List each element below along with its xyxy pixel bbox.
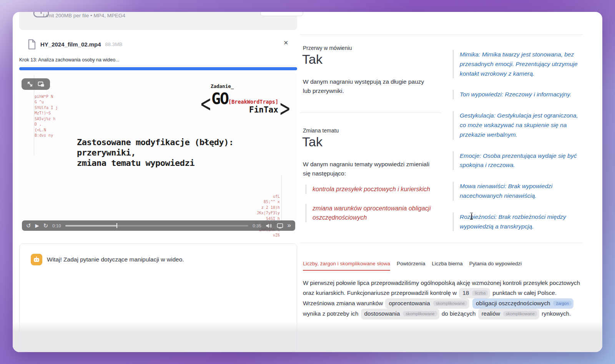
forward-10-icon[interactable]: ↻	[43, 223, 48, 228]
cast-screen-icon[interactable]	[277, 223, 283, 228]
remove-file-icon[interactable]: ×	[284, 39, 288, 46]
video-control-bar: ↺ ▶ ↻ 0:10 0:35 »	[22, 220, 295, 231]
behavior-note: Emocje: Osoba prezentująca wydaje się by…	[453, 151, 584, 170]
progress-bar-fill	[19, 67, 297, 70]
video-caption-line: Zastosowane modyfikacje (błędy):	[77, 137, 234, 147]
upload-limit-text: Limit 200MB per file • MP4, MPEG4	[43, 13, 125, 18]
highlight-word: realiów	[482, 310, 500, 317]
uploaded-file-row: HY_2024_film_02.mp4 88.3MB	[28, 39, 122, 50]
divider	[300, 113, 441, 113]
highlight-word: oprocentowania	[389, 300, 430, 306]
logo-breakwordtraps-text: [BreakWordTraps]	[228, 99, 278, 105]
topic-quote: kontrola przesyłek pocztowych i kuriersk…	[306, 185, 444, 194]
seek-slider-handle[interactable]	[116, 223, 118, 228]
topic-quote: zmiana warunków oprocentowania obligacji…	[306, 204, 444, 222]
fullscreen-icon[interactable]	[27, 81, 33, 87]
assistant-robot-icon	[31, 254, 42, 265]
metric-topic-change-value: Tak	[302, 134, 322, 149]
highlight-gray: 18liczba	[459, 288, 490, 298]
logo-go-text: GO	[211, 90, 228, 108]
picture-in-picture-icon[interactable]	[38, 81, 45, 87]
behavior-note: Ton wypowiedzi: Rzeczowy i informacyjny.	[453, 90, 584, 99]
highlight-category: skomplikowane	[403, 311, 437, 316]
highlight-word: dostosowania	[364, 310, 400, 317]
seek-slider-fill	[65, 225, 116, 227]
file-dropzone[interactable]: Limit 200MB per file • MP4, MPEG4 Browse…	[19, 12, 297, 30]
video-caption: Zastosowane modyfikacje (błędy): przeryw…	[77, 137, 234, 168]
tab[interactable]: Liczba bierna	[432, 261, 462, 271]
browse-files-button[interactable]: Browse files	[260, 12, 303, 16]
tab[interactable]: Pytania do wypowiedzi	[469, 261, 522, 271]
highlight-gray: dostosowaniaskomplikowane	[361, 309, 439, 319]
highlight-gray: oprocentowaniaskomplikowane	[385, 298, 469, 309]
logo-left-angle: <	[201, 89, 211, 118]
current-time: 0:10	[52, 223, 61, 228]
logo-right-angle: >	[280, 94, 290, 122]
transcript-paragraph: W pierwszej połowie lipca przeprowadzili…	[303, 278, 587, 319]
highlight-category: liczba	[472, 290, 488, 296]
video-task-label: Zadanie_	[211, 83, 234, 89]
progress-bar	[19, 67, 297, 70]
playback-options-icon[interactable]: »	[288, 222, 291, 228]
video-overlay-buttons	[22, 78, 50, 90]
metric-pauses-value: Tak	[302, 52, 322, 67]
highlight-gray: realiówskomplikowane	[478, 309, 539, 319]
metric-pauses-description: W danym nagraniu występują za długie pau…	[303, 77, 430, 96]
file-size: 88.3MB	[105, 41, 123, 47]
total-duration: 0:35	[253, 223, 261, 228]
highlight-category: żargon	[553, 301, 572, 306]
seek-slider[interactable]	[65, 225, 249, 227]
highlight-category: skomplikowane	[503, 311, 537, 316]
divider	[300, 243, 583, 243]
volume-icon[interactable]	[266, 223, 273, 228]
file-icon	[28, 39, 36, 50]
tab[interactable]: Liczby, żargon i skomplikowane słowa	[303, 261, 390, 271]
video-caption-line: zmiana tematu wypowiedzi	[77, 158, 234, 168]
tab[interactable]: Powtórzenia	[397, 261, 425, 271]
highlight-word: 18	[462, 290, 469, 296]
divider	[300, 35, 583, 35]
analysis-tabs: Liczby, żargon i skomplikowane słowaPowt…	[303, 261, 522, 271]
metric-pauses-label: Przerwy w mówieniu	[303, 45, 352, 51]
behavior-note: Gestykulacja: Gestykulacja jest ogranicz…	[453, 111, 584, 139]
app-window: Limit 200MB per file • MP4, MPEG4 Browse…	[13, 12, 602, 352]
chat-welcome-message: Witaj! Zadaj pytanie dotyczące manipulac…	[47, 256, 184, 263]
video-glitch-divider-right	[281, 175, 282, 221]
highlight-category: skomplikowane	[433, 301, 467, 306]
breakwordtraps-fintax-logo: < GO [BreakWordTraps] FinTax >	[201, 90, 301, 117]
metric-topic-change-description: W danym nagraniu tematy wypowiedzi zmien…	[303, 160, 437, 178]
behavior-note: Mimika: Mimika twarzy jest stonowana, be…	[453, 50, 584, 78]
rewind-10-icon[interactable]: ↺	[26, 223, 31, 228]
text-cursor	[470, 213, 473, 220]
progress-status-text: Krok 13: Analiza zachowania osoby na wid…	[19, 57, 120, 63]
highlight-blue: obligacji oszczędnościowychżargon	[472, 298, 573, 309]
logo-fintax-text: FinTax	[249, 105, 278, 114]
file-name: HY_2024_film_02.mp4	[40, 41, 101, 48]
video-player[interactable]: pihW*P NG ^uSYUlfa I jMzT!)~SSA5vj%z hD …	[19, 73, 297, 231]
highlight-word: obligacji oszczędnościowych	[476, 300, 550, 306]
video-caption-line: przerywniki,	[77, 147, 234, 158]
behavior-note: Mowa nienawiści: Brak wypowiedzi nacecho…	[453, 182, 584, 201]
metric-topic-change-label: Zmiana tematu	[303, 127, 339, 134]
play-icon[interactable]: ▶	[35, 223, 39, 228]
topic-change-quotes: kontrola przesyłek pocztowych i kuriersk…	[306, 185, 444, 232]
